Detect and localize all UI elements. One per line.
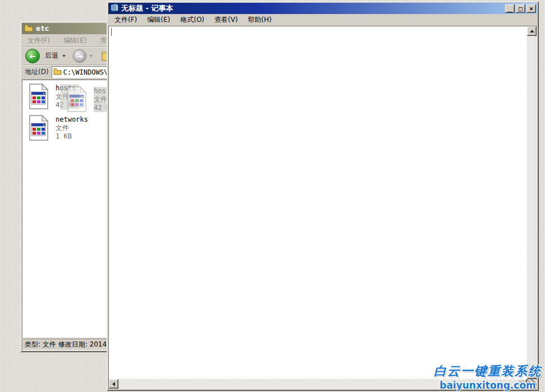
scroll-right-icon (521, 382, 526, 386)
explorer-menu-edit[interactable]: 编辑(E) (63, 36, 86, 45)
address-label: 地址(D) (25, 67, 49, 77)
resize-grip[interactable] (527, 379, 537, 389)
horizontal-scrollbar[interactable] (109, 379, 527, 389)
forward-button[interactable]: → (73, 49, 86, 63)
scroll-right-button[interactable] (517, 379, 527, 389)
notepad-text-area[interactable] (108, 26, 537, 389)
explorer-window-title: etc (36, 25, 49, 33)
notepad-menu-view[interactable]: 查看(V) (209, 15, 243, 25)
file-icon (26, 83, 51, 112)
back-dropdown-icon[interactable] (62, 55, 66, 59)
scroll-left-icon (110, 382, 115, 386)
minimize-icon: _ (508, 5, 512, 12)
status-text: 类型: 文件 修改日期: 2014 (25, 340, 107, 349)
vertical-scrollbar[interactable] (527, 26, 537, 379)
forward-arrow-icon: → (76, 52, 83, 60)
maximize-icon: □ (519, 5, 523, 12)
forward-dropdown-icon[interactable] (89, 55, 93, 59)
file-item-networks[interactable]: networks 文件 1 KB (26, 114, 88, 144)
window-controls: _ □ × (505, 4, 536, 13)
scroll-up-button[interactable] (527, 26, 537, 36)
maximize-button[interactable]: □ (516, 4, 525, 13)
notepad-menu-edit[interactable]: 编辑(E) (142, 15, 175, 25)
notepad-titlebar[interactable]: 无标题 - 记事本 _ □ × (108, 3, 537, 14)
scroll-up-icon (530, 27, 534, 33)
file-name: networks (56, 116, 88, 124)
notepad-window-title: 无标题 - 记事本 (121, 3, 503, 13)
notepad-menu-format[interactable]: 格式(O) (175, 15, 209, 25)
folder-icon (24, 24, 33, 34)
file-size: 1 KB (56, 132, 88, 141)
drag-ghost-file-icon (65, 86, 89, 115)
explorer-menu-file[interactable]: 文件(F) (28, 36, 50, 45)
notepad-menubar: 文件(F) 编辑(E) 格式(O) 查看(V) 帮助(H) (108, 14, 537, 26)
notepad-icon (110, 3, 119, 14)
back-arrow-icon: ← (29, 52, 36, 60)
file-label: networks 文件 1 KB (56, 114, 88, 144)
minimize-button[interactable]: _ (505, 4, 515, 13)
scroll-down-icon (530, 373, 534, 378)
back-button[interactable]: ← (25, 49, 40, 63)
scroll-down-button[interactable] (527, 370, 537, 379)
address-folder-icon (53, 68, 62, 77)
notepad-menu-help[interactable]: 帮助(H) (243, 15, 277, 25)
close-icon: × (529, 5, 533, 12)
file-type: 文件 (56, 124, 88, 132)
notepad-menu-file[interactable]: 文件(F) (109, 15, 142, 25)
scroll-left-button[interactable] (109, 379, 118, 389)
file-icon (26, 114, 51, 144)
notepad-window: 无标题 - 记事本 _ □ × 文件(F) 编辑(E) 格式(O) 查看(V) … (107, 1, 539, 391)
desktop: { "explorer": { "title": "etc", "menu": … (0, 0, 545, 392)
close-button[interactable]: × (526, 4, 536, 13)
text-caret (111, 28, 112, 36)
address-value: C:\WINDOWS\s (63, 68, 112, 76)
back-button-label[interactable]: 后退 (45, 51, 58, 61)
